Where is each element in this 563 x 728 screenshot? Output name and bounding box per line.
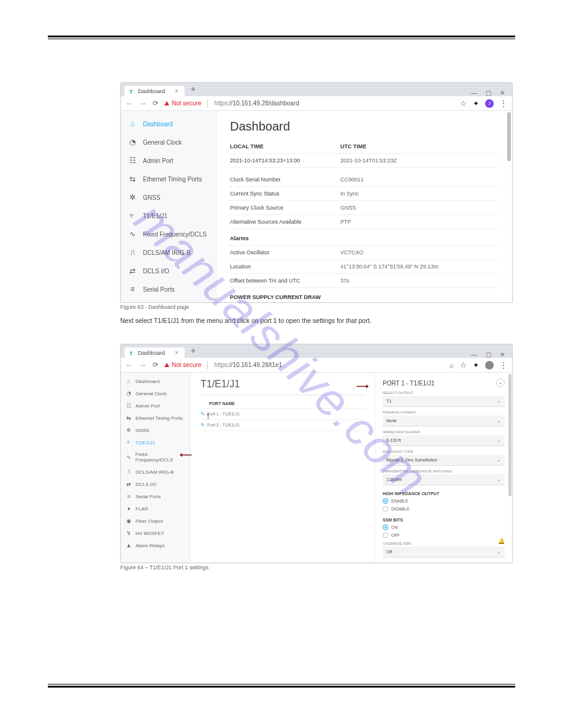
new-tab-button[interactable]: + — [187, 84, 199, 95]
url-text[interactable]: https://10.161.49.28/t1e1 — [214, 362, 282, 368]
scrollbar[interactable] — [507, 112, 511, 161]
override-ssm-select[interactable]: Off⌄ — [383, 547, 505, 558]
menu-kebab-icon[interactable]: ⋮ — [500, 361, 507, 370]
radio-enable[interactable]: ENABLE — [383, 498, 505, 504]
browser-tab[interactable]: T Dashboard × — [124, 347, 185, 358]
reload-icon[interactable]: ⟳ — [153, 361, 158, 369]
sidebar-item[interactable]: ☷Admin Port — [121, 400, 190, 412]
not-secure-badge[interactable]: Not secure — [164, 362, 201, 368]
sidebar-item[interactable]: ⇆Ethernet Timing Ports — [121, 170, 216, 188]
browser-tab[interactable]: T Dashboard × — [124, 86, 185, 96]
sidebar-item[interactable]: ✲GNSS — [121, 188, 216, 207]
row-key: Alternative Sources Available — [230, 219, 340, 225]
nav-back-icon[interactable]: ← — [126, 361, 133, 370]
sidebar-item[interactable]: ◔General Clock — [121, 133, 216, 151]
page-title: T1/E1/J1 — [201, 379, 365, 395]
port-row[interactable]: ✎Port 1 - T1/E1/J1 — [201, 409, 365, 420]
sidebar-item[interactable]: ≡Serial Ports — [121, 490, 190, 502]
profile-avatar[interactable] — [485, 361, 494, 370]
extensions-icon[interactable]: ✦ — [473, 99, 479, 108]
row-key: Location — [230, 264, 340, 270]
sidebar-item[interactable]: ⌂Dashboard — [121, 115, 216, 133]
bell-icon[interactable]: 🔔 — [498, 538, 505, 544]
sidebar-item[interactable]: ⎍DCLS/AM IRIG-B — [121, 243, 216, 262]
sidebar-item[interactable]: ♦FLAR — [121, 502, 190, 515]
sidebar-item-label: DCLS/AM IRIG-B — [136, 469, 174, 475]
sidebar-item[interactable]: ◔General Clock — [121, 387, 190, 400]
sidebar-icon: ∿ — [128, 230, 137, 238]
profile-avatar[interactable]: J — [485, 99, 494, 108]
sidebar-item[interactable]: ≡Serial Ports — [121, 280, 216, 298]
scrollbar[interactable] — [508, 374, 511, 496]
radio-disable[interactable]: DISABLE — [383, 506, 505, 512]
sidebar-item[interactable]: ⎍DCLS/AM IRIG-B — [121, 466, 190, 478]
sidebar-icon: ⇆ — [128, 175, 137, 183]
sidebar-item[interactable]: ✲GNSS — [121, 424, 190, 436]
sidebar-item[interactable]: ᯤT1/E1/J1 — [121, 436, 190, 449]
row-key: Active Oscillator — [230, 249, 340, 256]
window-maximize-icon[interactable]: ▢ — [486, 351, 491, 358]
close-tab-icon[interactable]: × — [175, 88, 178, 94]
close-panel-icon[interactable]: × — [496, 379, 505, 387]
nav-forward-icon[interactable]: → — [139, 361, 147, 370]
nav-forward-icon[interactable]: → — [139, 99, 147, 108]
address-bar: ← → ⟳ Not secure https://10.161.49.28/t1… — [121, 358, 512, 373]
nav-back-icon[interactable]: ← — [126, 99, 133, 108]
sidebar-item[interactable]: ∿Fixed Frequency/DCLS — [121, 225, 216, 243]
extensions-icon[interactable]: ✦ — [473, 361, 479, 370]
sidebar-item[interactable]: ☷Admin Port — [121, 151, 216, 170]
sidebar-item[interactable]: ◉Fiber Output — [121, 515, 190, 527]
figure-caption-2: Figure 64 – T1/E1/J1 Port 1 settings — [120, 564, 515, 571]
field-select[interactable]: 0-133 ft⌄ — [383, 435, 505, 446]
time-headers: LOCAL TIME UTC TIME — [230, 140, 499, 154]
reload-icon[interactable]: ⟳ — [153, 99, 158, 107]
sidebar-item[interactable]: ▲Alarm Relays — [121, 539, 190, 552]
info-row: Alternative Sources AvailablePTP — [230, 215, 499, 229]
tab-title: Dashboard — [138, 350, 165, 356]
window-close-icon[interactable]: ✕ — [500, 351, 505, 358]
radio-off-icon — [383, 533, 388, 538]
bookmark-star-icon[interactable]: ☆ — [460, 361, 467, 370]
url-proto: https — [214, 100, 228, 107]
not-secure-badge[interactable]: Not secure — [164, 100, 201, 107]
sidebar-item[interactable]: ⇆Ethernet Timing Ports — [121, 412, 190, 424]
sidebar-item[interactable]: ⇄DCLS I/O — [121, 478, 190, 490]
edit-pencil-icon: ✎ — [201, 411, 205, 417]
menu-kebab-icon[interactable]: ⋮ — [500, 99, 507, 108]
port-row[interactable]: ✎Port 2 - T1/E1/J1 — [201, 420, 365, 431]
sidebar-item[interactable]: ⇄DCLS I/O — [121, 262, 216, 280]
radio-off-icon — [383, 506, 388, 512]
sidebar-item[interactable]: ↯HV MOSFET — [121, 527, 190, 539]
figure-caption-1: Figure 63 - Dashboard page — [120, 304, 515, 310]
sidebar-icon: ⇄ — [126, 481, 132, 487]
close-tab-icon[interactable]: × — [175, 349, 178, 356]
sidebar-icon: ⌂ — [126, 378, 132, 384]
field-select[interactable]: Bipolar 8-Zero Substitution⌄ — [383, 455, 505, 466]
radio-ssm-on[interactable]: ON — [383, 525, 505, 530]
sidebar-item-label: GNSS — [136, 428, 150, 433]
sidebar-item-label: Serial Ports — [143, 286, 175, 293]
window-minimize-icon[interactable]: — — [471, 89, 477, 96]
sidebar-item[interactable]: ᯤT1/E1/J1 — [121, 207, 216, 225]
radio-ssm-off[interactable]: OFF — [383, 533, 505, 538]
row-value: GNSS — [340, 205, 356, 211]
field-label: WAVEFORM SHAPER — [383, 430, 505, 434]
window-maximize-icon[interactable]: ▢ — [486, 89, 491, 96]
field-select[interactable]: None⌄ — [383, 415, 505, 427]
info-row: Clock Serial NumberCC00011 — [230, 173, 499, 187]
window-close-icon[interactable]: ✕ — [500, 89, 505, 96]
sidebar-item[interactable]: ⌂Dashboard — [121, 375, 190, 387]
chevron-down-icon: ⌄ — [497, 398, 501, 404]
row-key: Primary Clock Source — [230, 205, 340, 211]
url-text[interactable]: https://10.161.49.28/dashboard — [214, 100, 299, 107]
sidebar-icon: ✲ — [126, 427, 132, 433]
bookmark-star-icon[interactable]: ☆ — [460, 99, 467, 108]
sidebar-item-label: Admin Port — [143, 157, 173, 164]
sidebar-icon: ◔ — [126, 390, 132, 396]
sidebar-icon: ≡ — [128, 285, 137, 294]
window-minimize-icon[interactable]: — — [471, 351, 477, 358]
search-icon[interactable]: ⌕ — [450, 361, 454, 370]
field-select[interactable]: T1⌄ — [383, 396, 505, 407]
field-select[interactable]: 110ohm⌄ — [383, 474, 505, 485]
new-tab-button[interactable]: + — [187, 346, 199, 357]
